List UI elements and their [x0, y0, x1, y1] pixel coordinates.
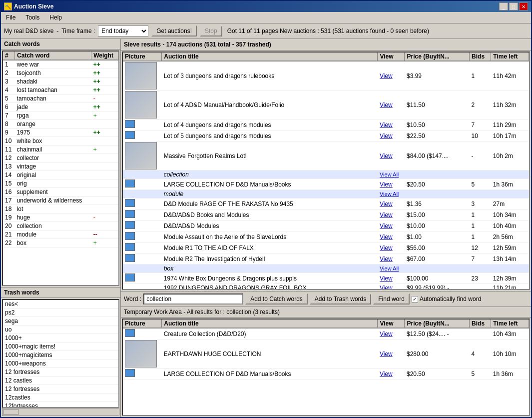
temp-auction-view[interactable]: View — [378, 340, 405, 368]
catch-word-row[interactable]: 16 supplement — [3, 188, 118, 196]
temp-auction-view[interactable]: View — [378, 328, 405, 340]
catch-word-row[interactable]: 12 collector — [3, 154, 118, 162]
auto-find-checkbox[interactable] — [412, 296, 418, 302]
auction-view[interactable]: View — [378, 242, 405, 254]
add-trash-button[interactable]: Add to Trash words — [310, 294, 371, 304]
temp-col-view: View — [378, 320, 405, 328]
auction-view[interactable]: View — [378, 61, 405, 90]
catch-word-row[interactable]: 19 huge - — [3, 214, 118, 222]
auction-row[interactable]: 1974 White Box Dungeons & Dragons plus s… — [123, 273, 529, 284]
catch-word-row[interactable]: 13 vintage — [3, 162, 118, 171]
menu-file[interactable]: File — [3, 13, 18, 22]
auction-row[interactable]: LARGE COLLECTION OF D&D Manuals/BooksVie… — [123, 179, 529, 190]
auction-view[interactable]: View — [378, 254, 405, 264]
catch-word-row[interactable]: 4 lost tamoachan ++ — [3, 86, 118, 94]
auction-view[interactable]: View — [378, 220, 405, 232]
auction-row[interactable]: Lot of 5 dungeons and dragons modulesVie… — [123, 130, 529, 142]
temp-auction-row[interactable]: EARTHDAWN HUGE COLLECTIONView$280.00410h… — [123, 340, 529, 368]
stop-button[interactable]: Stop — [200, 26, 222, 36]
auction-price: $10.00 — [405, 220, 470, 232]
catch-word-row[interactable]: 7 rpga + — [3, 112, 118, 120]
minimize-button[interactable]: _ — [499, 2, 508, 10]
catch-word-row[interactable]: 10 white box — [3, 137, 118, 146]
catch-word-row[interactable]: 8 orange — [3, 120, 118, 128]
catch-word-row[interactable]: 20 collection — [3, 222, 118, 230]
catch-word-row[interactable]: 15 orig — [3, 180, 118, 188]
auction-thumbnail-small — [125, 199, 135, 207]
trash-word-item[interactable]: ps2 — [3, 308, 118, 317]
auction-picture — [123, 220, 162, 232]
word-input[interactable] — [143, 294, 243, 304]
trash-word-item[interactable]: 1000+magic items! — [3, 342, 118, 351]
catch-word-row[interactable]: 5 tamoachan - — [3, 94, 118, 103]
trash-word-item[interactable]: 1000+ — [3, 334, 118, 342]
auction-row[interactable]: D&D/AD&D Books and ModulesView$15.00110h… — [123, 210, 529, 220]
trash-word-item[interactable]: 12 fortresses — [3, 368, 118, 376]
auction-row[interactable]: Lot of 4 dungeons and dragons modulesVie… — [123, 120, 529, 130]
auction-bids: 12 — [470, 242, 491, 254]
auction-view[interactable]: View — [378, 130, 405, 142]
trash-word-item[interactable]: uo — [3, 326, 118, 334]
temp-auction-row[interactable]: LARGE COLLECTION OF D&D Manuals/BooksVie… — [123, 368, 529, 380]
find-word-button[interactable]: Find word — [373, 294, 410, 304]
catch-word-row[interactable]: 21 module -- — [3, 230, 118, 239]
auction-view[interactable]: View — [378, 210, 405, 220]
catch-word-row[interactable]: 14 original — [3, 171, 118, 180]
auction-row[interactable]: D&D Module RAGE OF THE RAKASTA No 9435Vi… — [123, 198, 529, 210]
catch-word-num: 2 — [3, 69, 15, 78]
auction-row[interactable]: 1992 DUNGEONS AND DRAGONS GRAY FOIL BOXV… — [123, 284, 529, 290]
timeframe-select[interactable]: End today End tomorrow End this week — [98, 26, 148, 36]
auction-bids: - — [470, 142, 491, 170]
catch-word-row[interactable]: 9 1975 ++ — [3, 128, 118, 137]
menu-help[interactable]: Help — [46, 13, 65, 22]
auction-row[interactable]: Lot of 4 AD&D Manual/Handbook/Guide/Foli… — [123, 90, 529, 120]
auction-view[interactable]: View — [378, 284, 405, 290]
auction-row[interactable]: Module R1 TO THE AID OF FALXView$56.0012… — [123, 242, 529, 254]
catch-word-num: 4 — [3, 86, 15, 94]
auction-view[interactable]: View — [378, 120, 405, 130]
catch-word-text: supplement — [15, 188, 91, 196]
maximize-button[interactable]: □ — [509, 2, 518, 10]
catch-word-row[interactable]: 1 wee war ++ — [3, 60, 118, 69]
get-auctions-button[interactable]: Get auctions! — [151, 26, 197, 36]
auction-view[interactable]: View — [378, 142, 405, 170]
auction-row[interactable]: Module Assault on the Aerie of the Slave… — [123, 232, 529, 242]
catch-word-num: 12 — [3, 154, 15, 162]
view-all-link[interactable]: View All — [380, 266, 399, 272]
scrollbar-thumb[interactable] — [3, 409, 18, 415]
auction-title: D&D Module RAGE OF THE RAKASTA No 9435 — [162, 198, 378, 210]
add-catch-button[interactable]: Add to Catch words — [245, 294, 308, 304]
auction-view[interactable]: View — [378, 232, 405, 242]
auction-view[interactable]: View — [378, 179, 405, 190]
temp-auction-row[interactable]: Creature Collection (D&D/D20)View$12.50 … — [123, 328, 529, 340]
auction-row[interactable]: Massive Forgotten Realms Lot!View$84.00 … — [123, 142, 529, 170]
horizontal-scrollbar[interactable] — [2, 408, 119, 416]
menu-tools[interactable]: Tools — [22, 13, 42, 22]
catch-word-row[interactable]: 2 tsojconth ++ — [3, 69, 118, 78]
auction-row[interactable]: Module R2 The Investigation of HydellVie… — [123, 254, 529, 264]
close-button[interactable]: ✕ — [519, 2, 528, 10]
catch-word-row[interactable]: 18 lot — [3, 205, 118, 214]
temp-auction-view[interactable]: View — [378, 368, 405, 380]
catch-word-row[interactable]: 3 shadaki ++ — [3, 78, 118, 86]
auction-view[interactable]: View — [378, 90, 405, 120]
trash-word-item[interactable]: 1000+weapons — [3, 360, 118, 368]
view-all-link[interactable]: View All — [380, 172, 399, 178]
auction-row[interactable]: D&D/AD&D ModulesView$10.00110h 40m — [123, 220, 529, 232]
trash-word-item[interactable]: 12fortresses — [3, 402, 118, 407]
trash-word-item[interactable]: 12 castles — [3, 376, 118, 385]
trash-word-item[interactable]: 1000+magicitems — [3, 351, 118, 360]
catch-word-row[interactable]: 6 jade ++ — [3, 103, 118, 112]
trash-word-item[interactable]: sega — [3, 317, 118, 326]
view-all-link[interactable]: View All — [380, 191, 399, 197]
temp-col-picture: Picture — [123, 320, 162, 328]
catch-word-row[interactable]: 17 underworld & wilderness — [3, 196, 118, 205]
trash-word-item[interactable]: nes< — [3, 300, 118, 308]
catch-word-row[interactable]: 11 chainmail + — [3, 146, 118, 154]
trash-word-item[interactable]: 12castles — [3, 394, 118, 402]
catch-word-row[interactable]: 22 box + — [3, 239, 118, 248]
auction-row[interactable]: Lot of 3 dungeons and dragons rulebooksV… — [123, 61, 529, 90]
auction-view[interactable]: View — [378, 273, 405, 284]
auction-view[interactable]: View — [378, 198, 405, 210]
trash-word-item[interactable]: 12 fortresses — [3, 385, 118, 394]
